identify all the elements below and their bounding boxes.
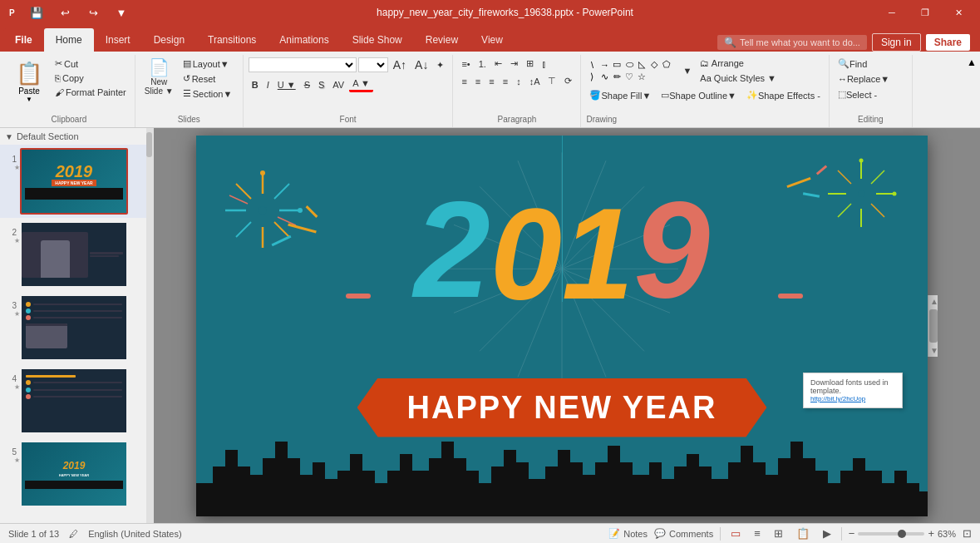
- select-button[interactable]: ⬚ Select -: [835, 87, 880, 101]
- quick-styles-button[interactable]: Aa Quick Styles ▼: [697, 72, 780, 85]
- zoom-in-button[interactable]: +: [928, 527, 934, 540]
- tab-design[interactable]: Design: [142, 28, 196, 52]
- char-spacing-button[interactable]: AV: [329, 78, 347, 91]
- scroll-down-button[interactable]: ▼: [928, 344, 938, 357]
- shape-outline-button[interactable]: ▭ Shape Outline ▼: [657, 88, 740, 102]
- numbering-button[interactable]: 1.: [475, 57, 490, 71]
- shape-arrow-right[interactable]: →: [598, 59, 610, 71]
- find-button[interactable]: 🔍 Find: [835, 57, 870, 71]
- tab-home[interactable]: Home: [44, 28, 94, 52]
- normal-view-button[interactable]: ▭: [727, 526, 744, 541]
- increase-indent-button[interactable]: ⇥: [507, 57, 521, 71]
- restore-button[interactable]: ❐: [910, 1, 940, 24]
- tab-file[interactable]: File: [3, 28, 44, 52]
- text-direction-button[interactable]: ↕A: [526, 75, 544, 88]
- slide-img-1[interactable]: 2019 HAPPY NEW YEAR: [20, 148, 128, 215]
- tooltip-link[interactable]: http://bit.ly/2hcUop: [810, 395, 895, 402]
- layout-button[interactable]: ▤ Layout ▼: [180, 57, 236, 71]
- align-left-button[interactable]: ≡: [458, 75, 470, 88]
- reset-button[interactable]: ↺ Reset: [180, 72, 236, 86]
- copy-button[interactable]: ⎘ Copy: [52, 72, 130, 85]
- bold-button[interactable]: B: [249, 78, 262, 91]
- shape-rtriangle[interactable]: ◺: [636, 59, 648, 71]
- underline-button[interactable]: U ▼: [274, 78, 299, 91]
- tab-slideshow[interactable]: Slide Show: [341, 28, 414, 52]
- align-right-button[interactable]: ≡: [485, 75, 497, 88]
- shape-line[interactable]: \: [586, 59, 598, 71]
- clear-format-button[interactable]: ✦: [433, 58, 447, 72]
- customize-qat-button[interactable]: ▼: [110, 1, 133, 24]
- slide-thumb-2[interactable]: 2 ★: [0, 218, 146, 291]
- slide-panel-scrollbar[interactable]: [146, 128, 154, 523]
- format-painter-button[interactable]: 🖌 Format Painter: [52, 86, 130, 99]
- decrease-font-button[interactable]: A↓: [411, 57, 431, 73]
- section-header[interactable]: ▼ Default Section: [0, 128, 146, 145]
- tab-animations[interactable]: Animations: [268, 28, 340, 52]
- redo-button[interactable]: ↪: [81, 1, 105, 24]
- tab-transitions[interactable]: Transitions: [196, 28, 268, 52]
- search-box[interactable]: 🔍 Tell me what you want to do...: [717, 35, 867, 50]
- scroll-thumb[interactable]: [929, 309, 938, 343]
- shape-star[interactable]: ☆: [636, 72, 648, 83]
- shape-effects-button[interactable]: ✨ Shape Effects -: [743, 88, 824, 102]
- shape-fill-button[interactable]: 🪣 Shape Fill ▼: [586, 88, 654, 102]
- slide-thumb-5[interactable]: 5 ★ 2019 HAPPY NEW YEAR: [0, 437, 146, 511]
- close-button[interactable]: ✕: [943, 1, 973, 24]
- shape-pentagon[interactable]: ⬠: [661, 59, 672, 71]
- sign-in-button[interactable]: Sign in: [872, 33, 921, 52]
- zoom-out-button[interactable]: −: [849, 527, 855, 540]
- scroll-up-button[interactable]: ▲: [928, 295, 938, 308]
- font-name-select[interactable]: [249, 57, 357, 72]
- font-size-select[interactable]: [358, 57, 388, 72]
- ribbon-collapse[interactable]: ▲: [967, 55, 977, 127]
- shape-rect[interactable]: ▭: [611, 59, 623, 71]
- slide-thumb-3[interactable]: 3 ★: [0, 291, 146, 364]
- strikethrough-button[interactable]: S: [301, 78, 313, 91]
- slide-sorter-button[interactable]: ⊞: [771, 526, 786, 541]
- convert-smartart-button[interactable]: ⟳: [561, 74, 575, 88]
- cols-button[interactable]: ⫿: [539, 57, 550, 71]
- slide-img-2[interactable]: [20, 221, 128, 288]
- undo-button[interactable]: ↩: [53, 1, 76, 24]
- section-button[interactable]: ☰ Section ▼: [180, 86, 236, 101]
- bullets-button[interactable]: ≡•: [458, 57, 473, 71]
- shape-diamond[interactable]: ◇: [648, 59, 660, 71]
- slide-img-3[interactable]: [20, 294, 128, 361]
- save-button[interactable]: 💾: [25, 1, 48, 24]
- minimize-button[interactable]: ─: [877, 1, 907, 24]
- shape-oval[interactable]: ⬭: [623, 59, 635, 71]
- paste-arrow[interactable]: ▼: [26, 96, 32, 103]
- font-color-button[interactable]: A ▼: [349, 77, 373, 92]
- new-slide-button[interactable]: 📄 NewSlide ▼: [140, 57, 178, 98]
- increase-font-button[interactable]: A↑: [390, 57, 410, 73]
- slide-img-5[interactable]: 2019 HAPPY NEW YEAR: [20, 441, 128, 507]
- decrease-indent-button[interactable]: ⇤: [491, 57, 505, 71]
- reading-view-button[interactable]: ▶: [820, 526, 835, 541]
- shadow-button[interactable]: S: [315, 78, 327, 91]
- italic-button[interactable]: I: [263, 78, 273, 91]
- justify-button[interactable]: ≡: [500, 75, 511, 88]
- line-spacing-button[interactable]: ↕: [513, 75, 524, 88]
- shapes-more-button[interactable]: ▼: [679, 64, 695, 77]
- slide-thumb-4[interactable]: 4 ★: [0, 364, 146, 437]
- shape-chevron[interactable]: ⟩: [586, 72, 598, 83]
- replace-button[interactable]: ↔ Replace ▼: [835, 72, 893, 86]
- tab-review[interactable]: Review: [414, 28, 470, 52]
- shape-freeform[interactable]: ✏: [611, 72, 623, 83]
- zoom-slider[interactable]: [858, 532, 924, 536]
- slide-canvas[interactable]: 2 0 1 9 HAPPY NEW YEAR Download fonts us…: [196, 136, 928, 516]
- align-center-button[interactable]: ≡: [472, 75, 484, 88]
- paste-button[interactable]: 📋 Paste ▼: [8, 57, 50, 107]
- slide-panel-scroll-thumb[interactable]: [146, 132, 152, 157]
- tab-insert[interactable]: Insert: [94, 28, 142, 52]
- slide-img-4[interactable]: [20, 368, 128, 434]
- arrange-button[interactable]: 🗂 Arrange: [697, 57, 780, 70]
- slide-thumb-1[interactable]: 1 ★ 2019 HAPPY NEW YEAR: [0, 145, 146, 218]
- shape-curve[interactable]: ∿: [598, 72, 610, 83]
- outline-view-button[interactable]: ≡: [751, 526, 764, 541]
- right-scrollbar[interactable]: ▲ ▼: [928, 295, 938, 357]
- notes-button[interactable]: 📝 Notes: [608, 528, 648, 539]
- zoom-thumb[interactable]: [898, 530, 906, 538]
- share-button[interactable]: Share: [926, 34, 970, 51]
- comments-button[interactable]: 💬 Comments: [654, 528, 713, 539]
